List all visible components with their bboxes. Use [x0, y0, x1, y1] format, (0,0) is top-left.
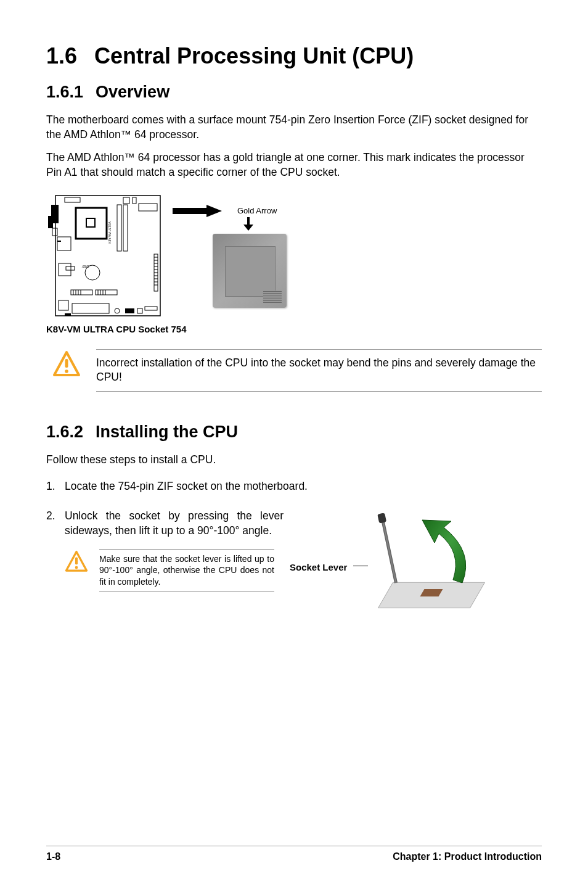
- svg-rect-17: [66, 266, 75, 270]
- install-step-2: Unlock the socket by pressing the lever …: [46, 509, 542, 592]
- svg-rect-9: [76, 208, 107, 239]
- page-footer: 1-8 Chapter 1: Product Introduction: [46, 846, 542, 862]
- svg-text:/SUS: /SUS: [81, 265, 89, 268]
- svg-rect-39: [59, 300, 68, 310]
- svg-marker-47: [243, 217, 253, 231]
- svg-marker-46: [173, 205, 222, 217]
- heading-number: 1.6: [46, 43, 77, 69]
- svg-rect-40: [72, 303, 109, 313]
- page-number: 1-8: [46, 851, 60, 862]
- svg-rect-2: [123, 197, 129, 204]
- svg-point-53: [75, 566, 78, 569]
- svg-rect-7: [57, 237, 71, 250]
- install-steps: Locate the 754-pin ZIF socket on the mot…: [46, 479, 542, 591]
- figure-row: K8V-VM ULTRA /SUS: [46, 192, 542, 319]
- warning-callout-2: Make sure that the socket lever is lifte…: [65, 549, 274, 592]
- svg-rect-42: [125, 308, 134, 313]
- svg-rect-8: [57, 241, 61, 242]
- down-arrow-icon: [243, 217, 253, 231]
- svg-rect-12: [123, 205, 128, 251]
- svg-rect-43: [137, 308, 142, 313]
- overview-paragraph-2: The AMD Athlon™ 64 processor has a gold …: [46, 151, 542, 179]
- svg-rect-29: [71, 290, 92, 295]
- main-heading: 1.6Central Processing Unit (CPU): [46, 43, 542, 69]
- step-2-text: Unlock the socket by pressing the lever …: [65, 509, 284, 538]
- overview-heading: 1.6.1Overview: [46, 83, 542, 102]
- chapter-title: Chapter 1: Product Introduction: [393, 851, 542, 862]
- svg-rect-0: [55, 196, 160, 316]
- warning-text-1: Incorrect installation of the CPU into t…: [96, 349, 542, 392]
- svg-point-50: [65, 369, 68, 373]
- motherboard-diagram: K8V-VM ULTRA /SUS: [46, 192, 163, 319]
- overview-paragraph-1: The motherboard comes with a surface mou…: [46, 113, 542, 142]
- warning-callout-1: Incorrect installation of the CPU into t…: [52, 349, 542, 392]
- svg-rect-44: [145, 307, 157, 310]
- svg-rect-34: [96, 290, 117, 295]
- gold-arrow-label: Gold Arrow: [237, 206, 277, 215]
- overview-number: 1.6.1: [46, 83, 83, 102]
- svg-rect-3: [133, 197, 136, 204]
- svg-rect-1: [65, 197, 80, 202]
- install-step-1: Locate the 754-pin ZIF socket on the mot…: [46, 479, 542, 494]
- svg-rect-11: [117, 205, 121, 251]
- install-intro: Follow these steps to install a CPU.: [46, 453, 542, 468]
- svg-rect-13: [139, 204, 157, 211]
- warning-text-2: Make sure that the socket lever is lifte…: [99, 549, 274, 592]
- socket-lever-label: Socket Lever: [290, 561, 347, 574]
- svg-rect-45: [65, 313, 71, 316]
- overview-title: Overview: [96, 83, 169, 101]
- svg-rect-5: [48, 216, 53, 228]
- svg-point-41: [115, 308, 120, 313]
- heading-title: Central Processing Unit (CPU): [94, 43, 414, 68]
- svg-rect-6: [52, 228, 57, 236]
- figure-caption: K8V-VM ULTRA CPU Socket 754: [46, 324, 542, 334]
- installing-number: 1.6.2: [46, 423, 83, 442]
- svg-rect-14: [59, 263, 71, 276]
- green-curved-arrow-icon: [413, 515, 481, 595]
- board-label-text: K8V-VM ULTRA: [108, 221, 112, 243]
- warning-icon: [65, 550, 88, 574]
- svg-rect-10: [86, 218, 95, 227]
- arrow-section: Gold Arrow: [173, 205, 287, 308]
- svg-rect-52: [75, 558, 78, 565]
- installing-title: Installing the CPU: [96, 423, 238, 441]
- warning-icon: [52, 350, 81, 379]
- svg-rect-49: [65, 359, 68, 368]
- installing-heading: 1.6.2Installing the CPU: [46, 423, 542, 442]
- cpu-photo: [213, 234, 287, 308]
- right-arrow-icon: [173, 205, 222, 217]
